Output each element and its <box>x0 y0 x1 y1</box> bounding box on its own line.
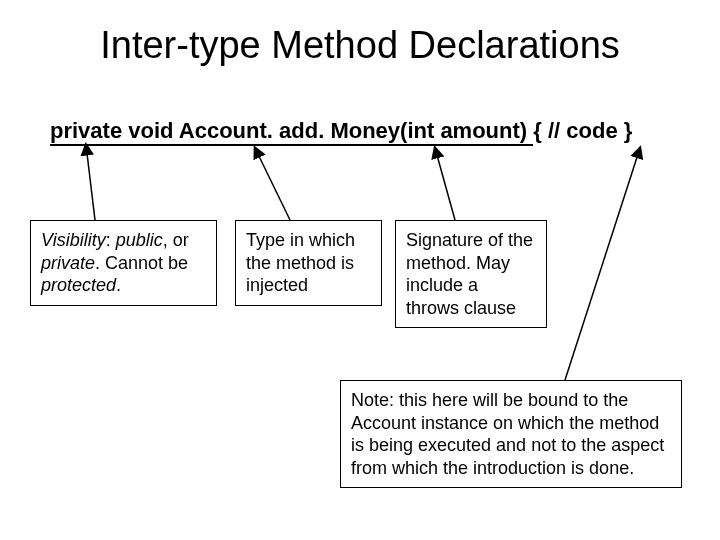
code-method-signature: add. Money(int amount) <box>279 118 527 143</box>
visibility-callout: Visibility: public, or private. Cannot b… <box>30 220 217 306</box>
code-visibility: private <box>50 118 122 143</box>
arrow-type <box>255 148 290 220</box>
page-title: Inter-type Method Declarations <box>0 24 720 67</box>
code-declaration: private void Account. add. Money(int amo… <box>50 118 632 144</box>
code-return-type: void <box>128 118 173 143</box>
signature-callout: Signature of the method. May include a t… <box>395 220 547 328</box>
code-target-type: Account. <box>179 118 273 143</box>
code-body: { // code } <box>533 118 632 143</box>
arrow-note <box>565 148 640 380</box>
arrow-visibility <box>86 145 95 220</box>
arrow-signature <box>435 148 455 220</box>
note-box: Note: this here will be bound to the Acc… <box>340 380 682 488</box>
type-callout: Type in which the method is injected <box>235 220 382 306</box>
